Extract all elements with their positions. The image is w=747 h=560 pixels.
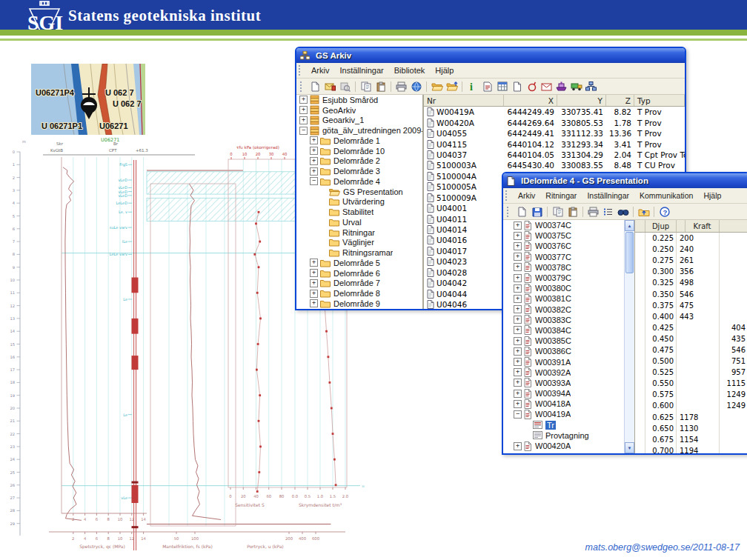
table-row[interactable]: 0.475546 [635, 344, 747, 356]
page-icon[interactable] [510, 80, 524, 93]
table-row[interactable]: 0.400443 [635, 311, 747, 322]
expand-plus-icon[interactable]: + [514, 263, 522, 271]
expand-plus-icon[interactable]: + [310, 269, 318, 277]
expand-plus-icon[interactable]: + [310, 136, 318, 144]
tree-item-delomr-de-8[interactable]: +Delområde 8 [296, 288, 422, 299]
table-row[interactable]: 0.6751154 [635, 434, 747, 445]
menu-item-inst-llningar[interactable]: Inställningar [582, 190, 634, 201]
tree-item-w00386c[interactable]: +W00386C [503, 346, 624, 356]
column-header-x[interactable]: X [504, 95, 557, 106]
table-row[interactable]: 0.350546 [635, 288, 747, 299]
table-row[interactable]: U040556442449.41331112.3313.36T Prov [424, 128, 685, 139]
table-row[interactable]: 0.325498 [635, 277, 747, 288]
bell-icon[interactable] [525, 80, 539, 93]
expand-plus-icon[interactable]: + [310, 147, 318, 155]
tree-item-v-glinjer[interactable]: Väglinjer [296, 238, 422, 248]
save-icon[interactable] [530, 205, 544, 219]
table-row[interactable]: 0.6001249 [635, 400, 747, 411]
table-row[interactable]: 0.500751 [635, 356, 747, 367]
expand-plus-icon[interactable]: + [310, 290, 318, 298]
tree-item-w00383c[interactable]: +W00383C [503, 315, 624, 325]
tree-item-w00393a[interactable]: +W00393A [503, 378, 624, 388]
expand-plus-icon[interactable]: + [299, 116, 308, 124]
table-row[interactable]: 0.7001194 [635, 445, 747, 455]
menu-item-kommunikation[interactable]: Kommunikation [634, 190, 698, 201]
globe-icon[interactable] [409, 80, 423, 93]
table-row[interactable]: 0.6501130 [635, 423, 747, 434]
expand-plus-icon[interactable]: + [514, 337, 522, 345]
table-row[interactable]: 0.6251178 [635, 412, 747, 423]
folder-up-icon[interactable] [637, 205, 651, 219]
table-row[interactable]: 0.275261 [635, 255, 747, 266]
expand-plus-icon[interactable]: + [514, 400, 522, 408]
expand-plus-icon[interactable]: + [310, 167, 318, 176]
tree-item-w00394a[interactable]: +W00394A [503, 388, 624, 399]
tree-item-geoarkiv[interactable]: +GeoArkiv [296, 105, 422, 116]
tree-item-utv-rdering[interactable]: Utvärdering [296, 197, 422, 207]
tree-item-w00379c[interactable]: +W00379C [503, 273, 624, 283]
menu-item-inst-llningar[interactable]: Inställningar [334, 64, 388, 76]
tree-item-urval[interactable]: Urval [296, 217, 422, 227]
tree-item-delomr-de-1[interactable]: +Delområde 1 [296, 136, 422, 146]
info-icon[interactable]: i [465, 80, 479, 93]
expand-plus-icon[interactable]: + [514, 232, 522, 240]
tree-item-w00376c[interactable]: +W00376C [503, 241, 624, 251]
expand-plus-icon[interactable]: + [514, 253, 522, 261]
list-icon[interactable] [601, 205, 615, 219]
table-row[interactable]: 0.425404 [635, 322, 747, 333]
column-header-z[interactable]: Z [606, 95, 634, 106]
column-header-y[interactable]: Y [557, 95, 606, 106]
menu-item-bibliotek[interactable]: Bibliotek [389, 64, 431, 76]
menu-item-arkiv[interactable]: Arkiv [306, 64, 334, 76]
table-row[interactable]: 0.5501115 [635, 378, 747, 389]
network-icon[interactable] [584, 80, 598, 93]
table-row[interactable]: 5100003A6445430.40330083.558.48T CU Prov [424, 160, 685, 170]
paste-icon[interactable] [565, 205, 580, 219]
tree-item-w00374c[interactable]: +W00374C [503, 220, 624, 230]
tree-item-geoarkiv-1[interactable]: +Geoarkiv_1 [296, 116, 422, 126]
scroll-down-icon[interactable]: ▼ [625, 442, 634, 453]
menu-item-hj-lp[interactable]: Hjälp [698, 190, 726, 201]
tree-item-w00384c[interactable]: +W00384C [503, 325, 624, 336]
expand-plus-icon[interactable]: + [514, 242, 522, 250]
tree-item-delomr-de-2[interactable]: +Delområde 2 [296, 156, 422, 167]
menu-item-hj-lp[interactable]: Hjälp [430, 64, 459, 76]
tree-item-w00381c[interactable]: +W00381C [503, 293, 624, 304]
copy-icon[interactable] [359, 80, 373, 93]
table-icon[interactable] [495, 80, 509, 93]
tree-item-ritningsramar[interactable]: Ritningsramar [296, 247, 422, 258]
collapse-minus-icon[interactable]: − [514, 410, 522, 419]
new-document-icon[interactable] [308, 80, 322, 93]
table-row[interactable]: 0.300356 [635, 266, 747, 277]
expand-plus-icon[interactable]: + [514, 368, 522, 376]
expand-plus-icon[interactable]: + [514, 442, 522, 450]
table-row[interactable]: 0.250240 [635, 244, 747, 255]
tree-item-delomr-de-5[interactable]: +Delområde 5 [296, 258, 422, 268]
print-preview-icon[interactable] [338, 80, 352, 93]
table-row[interactable]: 0.525957 [635, 367, 747, 378]
collapse-minus-icon[interactable]: − [299, 127, 308, 135]
tree-item-tr[interactable]: Tr [503, 420, 624, 430]
expand-plus-icon[interactable]: + [310, 259, 318, 267]
column-header-typ[interactable]: Typ [634, 95, 685, 106]
tree-item-w00382c[interactable]: +W00382C [503, 304, 624, 315]
menu-item-arkiv[interactable]: Arkiv [513, 190, 540, 201]
tree-item-w00385c[interactable]: +W00385C [503, 336, 624, 346]
table-row[interactable]: 0.5751249 [635, 389, 747, 400]
tree-item-provtagning[interactable]: Provtagning [503, 430, 624, 441]
menu-item-ritningar[interactable]: Ritningar [540, 190, 582, 201]
scrollbar-thumb[interactable] [625, 232, 634, 273]
tree-item-w00392a[interactable]: +W00392A [503, 367, 624, 378]
report-icon[interactable] [480, 80, 494, 93]
tree-item-g-ta-lv-utredningen-2009-2013[interactable]: −göta_älv_utredningen 2009-2013 [296, 125, 422, 136]
scroll-up-icon[interactable]: ▲ [625, 220, 634, 231]
find-icon[interactable] [616, 205, 630, 219]
table-row[interactable]: W00420A6444269.64330805.531.78T Prov [424, 117, 685, 127]
expand-plus-icon[interactable]: + [310, 157, 318, 165]
tree-item-delomr-de-7[interactable]: +Delområde 7 [296, 279, 422, 289]
mail-icon[interactable] [323, 80, 337, 93]
expand-plus-icon[interactable]: + [514, 221, 522, 230]
tree-item-w00419a[interactable]: −W00419A [503, 409, 624, 419]
folder-open-icon[interactable] [430, 80, 444, 93]
expand-plus-icon[interactable]: + [310, 279, 318, 287]
